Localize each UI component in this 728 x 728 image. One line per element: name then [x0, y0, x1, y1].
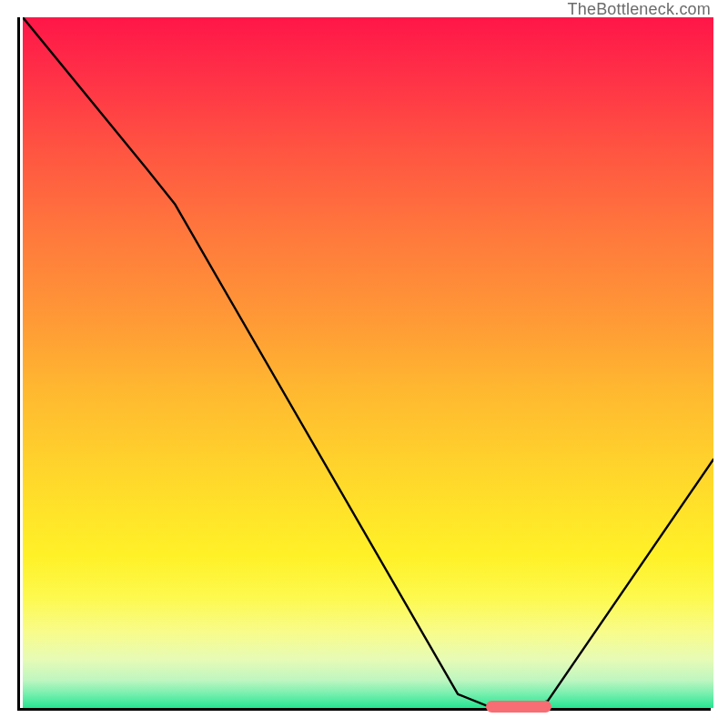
plot-area	[17, 17, 711, 711]
watermark-text: TheBottleneck.com	[568, 0, 711, 19]
highlight-segment	[486, 701, 551, 713]
gradient-background	[23, 17, 713, 708]
bottleneck-chart: TheBottleneck.com	[0, 0, 728, 728]
